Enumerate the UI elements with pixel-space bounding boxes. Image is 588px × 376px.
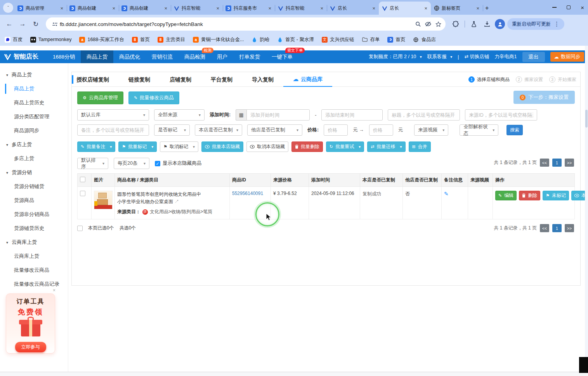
minimize-icon[interactable]	[552, 7, 557, 8]
bookmark-brass[interactable]: a黄铜一体化钛合金...	[193, 36, 244, 43]
sidebar-item-batch-edit-cloud[interactable]: 批量修改云商品	[0, 263, 68, 277]
page-size-select[interactable]: 每页20条▾	[114, 158, 149, 169]
sidebar-item-cloud-upload[interactable]: 云商库上货	[0, 249, 68, 263]
copy-quota-dropdown[interactable]: 复制额度：已用 2 / 10 ▾	[369, 53, 422, 60]
calendar-icon[interactable]: ▦	[236, 109, 246, 121]
extensions-icon[interactable]	[450, 19, 461, 29]
new-tab-button[interactable]: +	[485, 5, 489, 12]
prev-page-button[interactable]: <<	[540, 224, 549, 232]
search-button[interactable]: 搜索	[506, 125, 523, 135]
price-min-input[interactable]	[324, 124, 348, 136]
download-icon[interactable]	[482, 19, 493, 29]
tab-close-icon[interactable]: ×	[319, 5, 324, 11]
bookmark-home1[interactable]: 8首页	[132, 36, 150, 43]
batch-mark-button[interactable]: ⚑批量标记▾	[118, 141, 157, 152]
browser-tab[interactable]: 店长 ×	[327, 2, 379, 15]
nav-item-users[interactable]: 用户	[211, 50, 233, 63]
sort-order-select[interactable]: 默认排序▾	[77, 158, 108, 169]
tab-import-copy[interactable]: 导入复制	[242, 72, 283, 87]
product-id-link[interactable]: 552956140091	[232, 191, 263, 196]
browser-tab[interactable]: 商品创建 ×	[67, 2, 119, 15]
cancel-mark-button[interactable]: ⚑取消标记▾	[160, 141, 198, 152]
bookmark-foodshop[interactable]: 食品店	[413, 36, 436, 43]
back-icon[interactable]: ←	[4, 19, 15, 29]
sidebar-item-product-upload[interactable]: 商品上货	[0, 82, 68, 96]
nav-item-marketing[interactable]: 营销引流	[146, 50, 179, 63]
merge-button[interactable]: ⊞合并	[409, 141, 431, 152]
nav-item-detect[interactable]: 商品检测检测	[179, 50, 211, 63]
mark-select[interactable]: 是否标记▾	[154, 124, 190, 136]
browser-tab[interactable]: 商品管理 ×	[15, 2, 67, 15]
sidebar-item-supply-products[interactable]: 货源商品	[0, 193, 68, 207]
next-page-button[interactable]: >>	[565, 159, 574, 167]
show-hidden-checkbox[interactable]: ✓	[155, 161, 160, 166]
edit-button[interactable]: ✎编辑	[495, 191, 517, 200]
unmarked-button[interactable]: ⚑未标记	[543, 191, 569, 200]
product-name-link[interactable]: 圆形竹签笔筒市创意时尚收纳文化用品中 小学生毕业礼物办公室桌面 ↗	[117, 191, 227, 205]
tab-close-icon[interactable]: ×	[423, 5, 428, 11]
note-input[interactable]	[77, 124, 149, 136]
start-time-input[interactable]	[246, 109, 310, 121]
batch-hide-button[interactable]: 批量本店隐藏	[201, 141, 243, 152]
sidebar-group-cloud-upload[interactable]: ▾云商库上货	[0, 235, 68, 249]
browser-tab[interactable]: 商品创建 ×	[119, 2, 171, 15]
tab-close-icon[interactable]: ×	[163, 5, 168, 11]
logout-button[interactable]: 退出	[522, 52, 545, 62]
tab-close-icon[interactable]: ×	[267, 5, 272, 11]
profile-avatar[interactable]	[495, 19, 505, 29]
bookmark-wenxing[interactable]: 文文兴供应链	[322, 36, 354, 43]
flask-icon[interactable]	[468, 19, 479, 29]
sidebar-item-category-match[interactable]: 源分类匹配管理	[0, 110, 68, 124]
tab-close-icon[interactable]: ×	[215, 5, 220, 11]
tab-link-copy[interactable]: 链接复制	[119, 72, 160, 87]
nav-item-product-upload[interactable]: 商品上货	[81, 50, 113, 63]
site-info-icon[interactable]	[50, 19, 60, 29]
browser-tab[interactable]: 抖店智能 ×	[275, 2, 327, 15]
scrollbar-thumb[interactable]	[585, 110, 588, 128]
bookmark-category[interactable]: 8主营类目	[158, 36, 185, 43]
nav-item-optimize[interactable]: 商品优化	[113, 50, 146, 63]
self-copied-select[interactable]: 本店是否已复制▾	[195, 124, 242, 136]
batch-note-button[interactable]: ✎批量备注▾	[77, 141, 115, 152]
source-select[interactable]: 全部来源▾	[154, 109, 205, 121]
nav-item-shipping[interactable]: 打单发货	[233, 50, 266, 63]
url-text[interactable]: fb.dddz.jiancent.com/move/batch/target?c…	[60, 21, 413, 27]
nav-item-1688[interactable]: 1688分销	[47, 50, 81, 63]
tab-search-icon[interactable]: ˇ	[3, 3, 13, 13]
tab-close-icon[interactable]: ×	[371, 5, 376, 11]
batch-migrate-button[interactable]: ⇄批量迁移▾	[367, 141, 405, 152]
sidebar-item-distribution-upload[interactable]: 货源分销铺货	[0, 179, 68, 193]
sidebar-group-product-upload[interactable]: ▾商品上货	[0, 68, 68, 82]
sidebar-item-batch-edit-record[interactable]: 批量修改云商品记录	[0, 277, 68, 291]
sidebar-item-source-sync[interactable]: 商品源同步	[0, 124, 68, 138]
edit-note-icon[interactable]: ✎	[444, 191, 449, 197]
browser-menu-icon[interactable]: ⋮	[554, 21, 560, 28]
parse-status-select[interactable]: 全部解析状态▾	[460, 124, 498, 136]
next-page-button[interactable]: >>	[565, 224, 574, 232]
eye-off-icon[interactable]	[423, 19, 433, 29]
tab-shop-copy[interactable]: 店铺复制	[160, 72, 201, 87]
tab-platform-copy[interactable]: 平台复制	[201, 72, 242, 87]
cloud-library-manage-button[interactable]: ⚙云商品库管理	[77, 91, 123, 104]
refresh-icon[interactable]: ↻	[30, 19, 41, 29]
bookmark-yunha[interactable]: 韵哈	[252, 36, 269, 43]
page-scrollbar[interactable]	[585, 46, 588, 372]
browser-tab[interactable]: 抖店服务市 ×	[223, 2, 275, 15]
address-bar[interactable]: fb.dddz.jiancent.com/move/batch/target?c…	[46, 17, 446, 31]
price-max-input[interactable]	[369, 124, 393, 136]
update-button[interactable]: 重新启动即可更新 ⋮	[507, 18, 564, 30]
prev-page-button[interactable]: <<	[540, 159, 549, 167]
sidebar-item-upload-history[interactable]: 商品上货历史	[0, 96, 68, 110]
bookmark-home2[interactable]: 首页	[387, 36, 405, 43]
title-input[interactable]	[388, 109, 460, 121]
tab-cloud-library[interactable]: ☁云商品库	[283, 72, 332, 87]
other-copied-select[interactable]: 他店是否已复制▾	[247, 124, 302, 136]
batch-retry-button[interactable]: ↻批量重试▾	[326, 141, 364, 152]
delete-button[interactable]: 删除	[519, 191, 540, 200]
bookmark-1688[interactable]: a1688-买家工作台	[79, 36, 124, 43]
tab-close-icon[interactable]: ×	[475, 5, 480, 11]
search-icon[interactable]	[413, 19, 423, 29]
source-video-select[interactable]: 来源视频▾	[414, 124, 448, 136]
sidebar-group-multi-shop[interactable]: ▾多店上货	[0, 138, 68, 152]
cloud-store-select[interactable]: 默认云库▾	[77, 109, 149, 121]
